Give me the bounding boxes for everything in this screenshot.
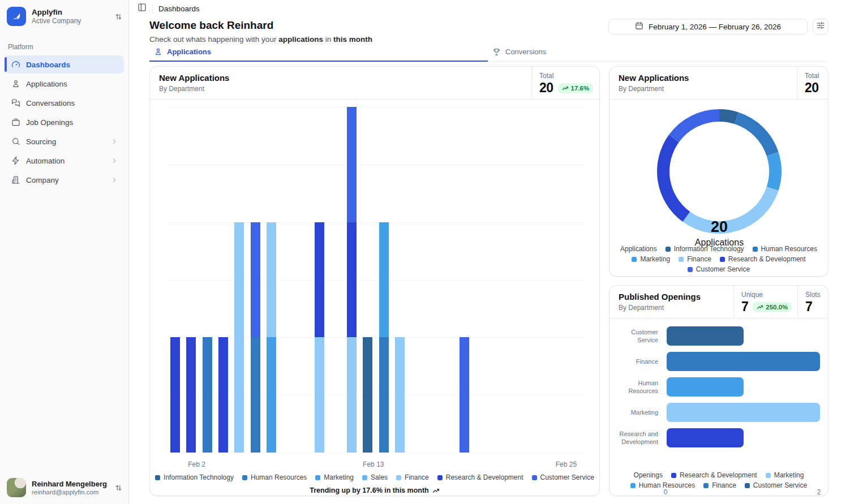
bar-segment-human-resources[interactable] [251,337,260,453]
user-menu[interactable]: Reinhard Mengelberg reinhard@applyfin.co… [0,472,128,504]
bar-segment-human-resources[interactable] [203,337,212,453]
legend-item-sales: Sales [362,473,388,481]
legend-item-openings: Openings [634,471,663,479]
bar-segment-finance[interactable] [267,222,276,338]
bar-day-3[interactable] [203,337,212,453]
gridline [167,222,585,223]
legend-item-human-resources: Human Resources [753,245,817,253]
bar-segment-finance[interactable] [347,337,357,453]
legend-swatch [532,475,537,480]
bar-day-4[interactable] [218,337,228,453]
legend-item-information-technology: Information Technology [666,245,744,253]
legend-swatch [242,475,247,480]
bar-day-1[interactable] [170,337,180,453]
user-name: Reinhard Mengelberg [32,480,109,488]
bar-day-15[interactable] [395,337,405,453]
hbar-marketing[interactable] [667,403,820,422]
filters-button[interactable] [813,19,828,35]
bar-day-12[interactable] [347,107,357,453]
legend-item-customer-service: Customer Service [532,473,594,481]
bar-segment-research-development[interactable] [218,337,228,453]
legend-item-customer-service: Customer Service [745,481,807,489]
sidebar-item-label: Conversations [26,99,118,107]
bar-segment-research-development[interactable] [347,222,357,338]
bar-segment-research-development[interactable] [186,337,196,453]
gauge-icon [11,60,20,69]
bar-segment-marketing[interactable] [267,337,276,453]
sidebar-item-label: Sourcing [26,137,105,146]
bar-day-6[interactable] [251,222,260,453]
building-icon [11,175,20,184]
panel-left-toggle-icon[interactable] [138,3,147,14]
legend-item-information-technology: Information Technology [155,473,234,481]
sidebar-item-sourcing[interactable]: Sourcing [5,132,124,150]
bar-segment-marketing[interactable] [379,222,389,338]
total-label: Total [539,72,599,80]
bar-segment-finance[interactable] [234,222,244,453]
bar-day-19[interactable] [460,337,469,453]
openings-legend: OpeningsResearch & DevelopmentMarketingH… [609,471,828,489]
donut-center-value: 20 [609,218,829,236]
date-range-picker[interactable]: February 1, 2026 — February 26, 2026 [608,19,808,35]
legend-swatch [766,473,771,478]
total-label: Total [805,72,828,80]
chevron-right-icon [110,137,118,145]
card-published-openings: Published Openings By Department Unique … [609,285,828,496]
breadcrumb[interactable]: Dashboards [158,5,200,13]
divider [152,5,153,13]
donut-slice-human-resources[interactable] [735,112,778,156]
workspace-switcher[interactable]: Applyfin Active Company [0,0,128,33]
bar-segment-customer-service[interactable] [251,222,260,338]
sidebar-item-automation[interactable]: Automation [5,152,124,170]
donut-slice-research-development[interactable] [657,135,690,222]
slots-label: Slots [805,291,828,299]
donut-legend: ApplicationsInformation TechnologyHuman … [609,245,828,273]
bar-day-14[interactable] [379,222,389,453]
bar-day-5[interactable] [234,222,244,453]
hbar-human-resources[interactable] [667,377,744,397]
bar-segment-human-resources[interactable] [379,337,389,453]
category-label-research-and-development: Research and Development [614,430,658,446]
bar-segment-information-technology[interactable] [363,337,372,453]
bar-segment-customer-service[interactable] [460,337,469,453]
donut-slice-customer-service[interactable] [669,109,719,142]
sidebar: Applyfin Active Company Platform Dashboa… [0,0,129,504]
legend-item-research-development: Research & Development [671,471,757,479]
bar-segment-research-development[interactable] [315,222,324,338]
chart-legend: Information TechnologyHuman ResourcesMar… [150,473,599,481]
bar-segment-customer-service[interactable] [347,107,357,222]
legend-swatch [630,483,636,488]
gridline [167,337,585,338]
sidebar-item-job-openings[interactable]: Job Openings [5,113,124,131]
legend-item-research-development: Research & Development [437,473,523,481]
legend-swatch [155,475,160,480]
x-tick-label: Feb 2 [188,460,205,468]
bar-day-7[interactable] [267,222,276,453]
donut-slice-marketing[interactable] [767,152,782,191]
gridline [167,107,585,107]
tab-label: Applications [167,48,211,56]
sidebar-item-dashboards[interactable]: Dashboards [5,55,124,74]
x-tick-label: 0 [664,488,668,496]
bar-segment-research-development[interactable] [170,337,180,453]
tab-bar: ApplicationsConversions [149,45,826,62]
legend-swatch [362,475,367,480]
hbar-customer-service[interactable] [667,326,744,346]
page-title: Welcome back Reinhard [149,19,372,32]
hbar-finance[interactable] [667,352,820,371]
bar-day-10[interactable] [315,222,324,453]
bar-segment-finance[interactable] [315,337,324,453]
category-label-finance: Finance [614,357,658,365]
bar-day-13[interactable] [363,337,372,453]
sidebar-item-applications[interactable]: Applications [5,75,124,93]
tab-conversions[interactable]: Conversions [488,45,826,61]
tab-applications[interactable]: Applications [149,45,488,61]
stacked-bar-plot [167,107,585,453]
hbar-research-and-development[interactable] [667,428,744,447]
sidebar-item-conversations[interactable]: Conversations [5,94,124,112]
sidebar-item-company[interactable]: Company [5,171,124,189]
trend-badge: 250.0% [753,302,792,312]
briefcase-icon [11,118,20,127]
bar-day-2[interactable] [186,337,196,453]
bar-segment-finance[interactable] [395,337,405,453]
